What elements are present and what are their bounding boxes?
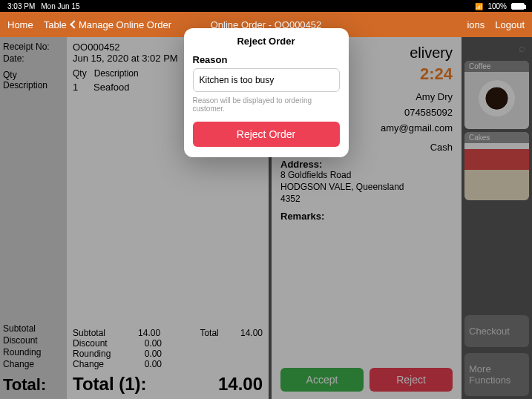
sum-change-l: Change (73, 359, 125, 369)
status-time: 3:03 PM (7, 2, 35, 10)
payment-value: Cash (430, 142, 453, 153)
category-sidebar: ⌕ Coffee Cakes Checkout More Functions (462, 37, 532, 399)
reject-button[interactable]: Reject (370, 368, 453, 392)
item-name: Seafood (93, 82, 129, 93)
reject-order-modal: Reject Order Reason Reason will be displ… (184, 28, 349, 157)
address-line-3: 4352 (280, 194, 453, 205)
address-line-2: HODGSON VALE, Queensland (280, 182, 453, 194)
modal-title: Reject Order (193, 36, 340, 47)
chevron-left-icon (70, 20, 78, 28)
battery-percent: 100% (487, 2, 507, 10)
label-qty-desc: Qty Description (3, 70, 64, 90)
back-label: Manage Online Order (79, 19, 171, 30)
label-discount: Discount (3, 335, 64, 346)
col-desc: Description (94, 68, 139, 79)
label-change: Change (3, 359, 64, 369)
label-rounding: Rounding (3, 347, 64, 357)
confirm-reject-button[interactable]: Reject Order (193, 122, 340, 147)
accept-button[interactable]: Accept (280, 368, 364, 392)
more-functions-button[interactable]: More Functions (464, 353, 529, 396)
reason-input[interactable] (193, 68, 340, 92)
nav-home[interactable]: Home (7, 19, 33, 30)
col-qty: Qty (73, 68, 87, 79)
sum-discount-v: 0.00 (125, 338, 162, 349)
total-label: Total (1): (73, 374, 147, 395)
sum-subtotal-l: Subtotal (73, 328, 124, 338)
label-date: Date: (3, 53, 64, 64)
label-subtotal: Subtotal (3, 323, 64, 334)
address-label: Address: (280, 159, 322, 170)
wifi-icon (475, 2, 483, 10)
nav-actions[interactable]: ions (467, 19, 485, 30)
sum-rounding-l: Rounding (73, 349, 125, 359)
receipt-labels-column: Receipt No: Date: Qty Description Subtot… (0, 37, 67, 399)
sum-discount-l: Discount (73, 338, 125, 349)
sum-total-v: 14.00 (226, 328, 263, 338)
search-icon[interactable]: ⌕ (464, 40, 529, 58)
tile-label: Cakes (464, 132, 529, 143)
reason-hint: Reason will be displayed to ordering cus… (193, 96, 340, 113)
category-tile-coffee[interactable]: Coffee (464, 61, 529, 129)
category-tile-cakes[interactable]: Cakes (464, 132, 529, 200)
nav-table[interactable]: Table (44, 19, 67, 30)
tile-label: Coffee (464, 61, 529, 72)
remarks-label: Remarks: (280, 211, 324, 222)
checkout-button[interactable]: Checkout (464, 315, 529, 347)
back-button[interactable]: Manage Online Order (71, 19, 171, 30)
label-total: Total: (3, 375, 64, 395)
nav-logout[interactable]: Logout (495, 19, 525, 30)
battery-icon (511, 3, 525, 10)
label-receipt-no: Receipt No: (3, 42, 64, 52)
ios-status-bar: 3:03 PM Mon Jun 15 100% (0, 0, 532, 12)
sum-change-v: 0.00 (125, 359, 162, 369)
status-date: Mon Jun 15 (41, 2, 79, 10)
item-qty: 1 (73, 82, 86, 93)
address-line-1: 8 Goldfields Road (280, 170, 453, 182)
sum-rounding-v: 0.00 (125, 349, 162, 359)
sum-total-l: Total (160, 328, 226, 338)
total-value: 14.00 (218, 374, 263, 395)
sum-subtotal-v: 14.00 (124, 328, 160, 338)
reason-label: Reason (193, 54, 340, 65)
